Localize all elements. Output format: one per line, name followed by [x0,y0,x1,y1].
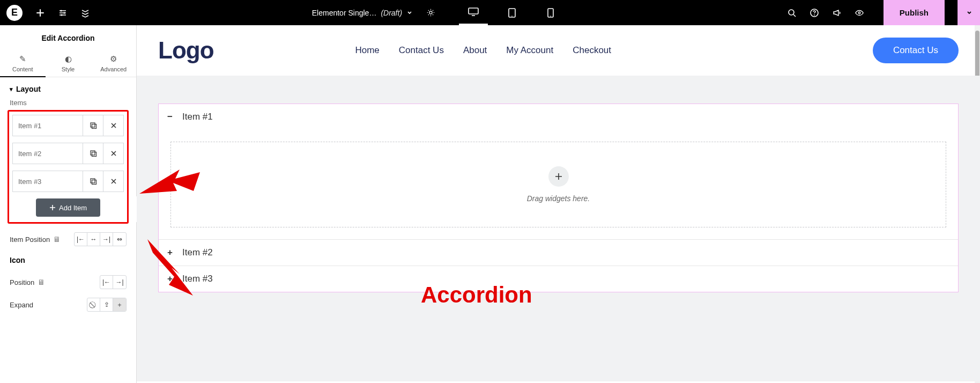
accordion-item-title: Item #3 [182,274,213,284]
position-left-icon[interactable]: |← [100,276,113,289]
responsive-desktop-icon[interactable]: 🖥 [38,278,45,286]
svg-rect-15 [91,151,95,155]
tab-content-label: Content [12,66,33,72]
nav-link[interactable]: About [463,45,487,56]
nav-link[interactable]: Checkout [573,45,611,56]
panel-tabs: ✎Content ◐Style ⚙Advanced [0,49,136,77]
control-item-position: Item Position 🖥 |← ↔ →| ⇔ [0,224,136,246]
upload-icon[interactable]: ⇪ [100,298,113,311]
remove-icon[interactable] [103,171,123,192]
tab-content[interactable]: ✎Content [0,49,46,77]
gear-icon: ⚙ [91,54,136,64]
icon-section-title: Icon [0,246,136,267]
add-item-button[interactable]: Add Item [36,198,100,217]
tab-advanced[interactable]: ⚙Advanced [91,49,136,77]
plus-icon: + [167,274,176,284]
site-header: Logo Home Contact Us About My Account Ch… [137,25,980,76]
svg-rect-13 [91,123,95,127]
remove-icon[interactable] [103,115,123,136]
remove-icon[interactable] [103,143,123,164]
page-settings-icon[interactable] [426,8,435,18]
accordion-item-header[interactable]: − Item #1 [159,104,958,130]
section-layout-header[interactable]: ▾ Layout [0,77,136,99]
align-start-icon[interactable]: |← [75,233,87,246]
contrast-icon: ◐ [46,54,91,64]
header-cta-button[interactable]: Contact Us [873,38,959,63]
item-position-choices: |← ↔ →| ⇔ [74,232,127,246]
svg-rect-16 [92,152,96,157]
add-widget-button[interactable] [548,166,569,187]
duplicate-icon[interactable] [83,115,103,136]
duplicate-icon[interactable] [83,171,103,192]
topbar-center: Elementor Single… (Draft) [90,0,787,25]
accordion-item: + Item #2 [159,239,958,266]
widget-drop-zone[interactable]: Drag widgets here. [170,142,946,227]
svg-point-12 [858,12,860,14]
svg-point-0 [60,10,62,11]
responsive-desktop-icon[interactable]: 🖥 [53,235,61,244]
announce-icon[interactable] [832,8,842,18]
publish-options-button[interactable] [957,0,980,25]
svg-point-3 [429,11,432,14]
preview-eye-icon[interactable] [855,8,864,18]
editor-canvas: Logo Home Contact Us About My Account Ch… [137,25,980,383]
library-plus-icon[interactable]: ＋ [113,298,126,311]
tab-advanced-label: Advanced [100,66,127,72]
document-title[interactable]: Elementor Single… (Draft) [312,9,413,17]
nav-link[interactable]: Contact Us [399,45,444,56]
document-name: Elementor Single… [312,9,377,17]
chevron-down-icon [406,10,413,16]
site-nav: Home Contact Us About My Account Checkou… [355,45,611,56]
site-logo[interactable]: Logo [158,37,214,64]
align-end-icon[interactable]: →| [100,233,113,246]
svg-point-1 [63,12,65,13]
nav-link[interactable]: My Account [506,45,553,56]
pencil-icon: ✎ [0,54,46,64]
app-topbar: E Elementor Single… (Draft) Publish [0,0,980,25]
elementor-logo-icon[interactable]: E [6,5,23,21]
expand-icon-choices: ⃠ ⇪ ＋ [87,298,127,312]
accordion-item-title: Item #2 [182,247,213,258]
align-stretch-icon[interactable]: ⇔ [113,233,126,246]
repeater-item[interactable]: Item #2 [12,143,124,164]
align-center-icon[interactable]: ↔ [87,233,100,246]
accordion-item: − Item #1 Drag widgets here. [159,104,958,239]
structure-icon[interactable] [80,8,90,18]
icon-position-label: Position 🖥 [10,278,45,286]
position-right-icon[interactable]: →| [113,276,126,289]
minus-icon: − [167,112,176,122]
accordion-widget[interactable]: − Item #1 Drag widgets here. + Item #2 [158,104,959,292]
icon-position-choices: |← →| [100,275,127,289]
svg-rect-14 [92,124,96,129]
svg-point-8 [550,16,551,17]
accordion-item-title: Item #1 [182,112,213,122]
svg-rect-17 [91,179,95,183]
duplicate-icon[interactable] [83,143,103,164]
nav-link[interactable]: Home [355,45,379,56]
control-expand-icon: Expand ⃠ ⇪ ＋ [0,289,136,312]
items-label: Items [0,99,136,110]
publish-button[interactable]: Publish [884,0,945,25]
add-item-label: Add Item [59,204,87,212]
drop-hint-text: Drag widgets here. [527,194,590,203]
svg-point-2 [61,14,62,16]
repeater-item[interactable]: Item #3 [12,171,124,192]
repeater-item[interactable]: Item #1 [12,115,124,136]
repeater-item-title[interactable]: Item #2 [13,143,83,164]
accordion-item-body: Drag widgets here. [159,130,958,239]
device-mobile-tab[interactable] [536,0,565,25]
none-icon[interactable]: ⃠ [87,298,100,311]
search-icon[interactable] [787,8,797,18]
settings-sliders-icon[interactable] [58,8,68,18]
repeater-item-title[interactable]: Item #3 [13,171,83,192]
tab-style[interactable]: ◐Style [46,49,91,77]
help-icon[interactable] [810,8,819,18]
tab-style-label: Style [62,66,75,72]
device-desktop-tab[interactable] [459,0,488,25]
accordion-item-header[interactable]: + Item #3 [159,266,958,292]
repeater-item-title[interactable]: Item #1 [13,115,83,136]
publish-label: Publish [900,8,929,17]
add-icon[interactable] [35,8,45,18]
accordion-item-header[interactable]: + Item #2 [159,240,958,266]
device-tablet-tab[interactable] [498,0,526,25]
